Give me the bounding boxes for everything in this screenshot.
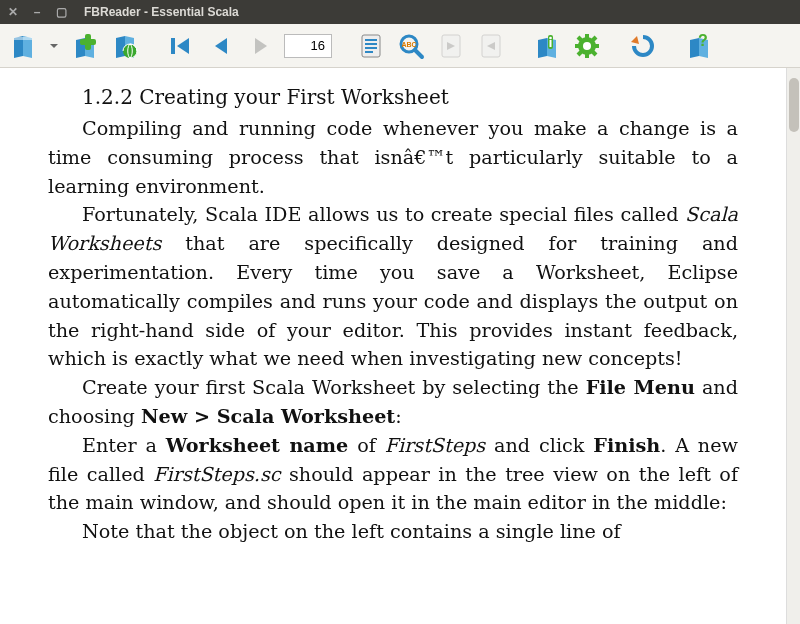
body-text: Fortunately, Scala IDE allows us to crea… bbox=[82, 203, 685, 226]
book-icon bbox=[9, 32, 37, 60]
arrow-left-icon bbox=[207, 32, 235, 60]
search-abc-icon: ABC bbox=[397, 32, 425, 60]
rotate-icon bbox=[629, 32, 657, 60]
page-number-input[interactable] bbox=[284, 34, 332, 58]
library-menu-button[interactable] bbox=[46, 29, 62, 63]
find-button[interactable]: ABC bbox=[394, 29, 428, 63]
svg-text:?: ? bbox=[698, 32, 708, 49]
next-page-button[interactable] bbox=[244, 29, 278, 63]
svg-line-11 bbox=[415, 50, 422, 57]
book-plus-icon bbox=[71, 32, 99, 60]
svg-rect-5 bbox=[362, 35, 380, 57]
strong-text: File Menu bbox=[586, 376, 695, 399]
first-page-button[interactable] bbox=[164, 29, 198, 63]
svg-point-16 bbox=[549, 36, 552, 39]
svg-rect-0 bbox=[14, 37, 32, 40]
find-next-button[interactable] bbox=[434, 29, 468, 63]
section-heading: 1.2.2 Creating your First Worksheet bbox=[48, 82, 738, 112]
toc-button[interactable] bbox=[354, 29, 388, 63]
emphasis-text: FirstSteps bbox=[385, 434, 486, 457]
svg-rect-17 bbox=[550, 40, 552, 47]
reader-viewport: 1.2.2 Creating your First Worksheet Comp… bbox=[0, 68, 800, 624]
body-text: of bbox=[348, 434, 384, 457]
paragraph: Create your first Scala Worksheet by sel… bbox=[48, 374, 738, 432]
paragraph: Compiling and running code whenever you … bbox=[48, 115, 738, 201]
body-text: Create your first Scala Worksheet by sel… bbox=[82, 376, 586, 399]
strong-text: New > Scala Worksheet bbox=[141, 405, 395, 428]
scrollbar-thumb[interactable] bbox=[789, 78, 799, 132]
strong-text: Worksheet name bbox=[166, 434, 349, 457]
gear-icon bbox=[573, 32, 601, 60]
first-icon bbox=[167, 32, 195, 60]
paragraph: Note that the object on the left contain… bbox=[48, 518, 738, 547]
book-help-icon: ? bbox=[685, 32, 713, 60]
svg-rect-2 bbox=[80, 39, 96, 45]
book-globe-icon bbox=[111, 32, 139, 60]
book-info-icon bbox=[533, 32, 561, 60]
toolbar: ABC bbox=[0, 24, 800, 68]
help-button[interactable]: ? bbox=[682, 29, 716, 63]
svg-point-23 bbox=[583, 42, 591, 50]
page-next-icon bbox=[437, 32, 465, 60]
svg-rect-4 bbox=[171, 38, 175, 54]
network-library-button[interactable] bbox=[108, 29, 142, 63]
window-titlebar: ✕ – ▢ FBReader - Essential Scala bbox=[0, 0, 800, 24]
page-content: 1.2.2 Creating your First Worksheet Comp… bbox=[0, 68, 786, 624]
window-title: FBReader - Essential Scala bbox=[84, 5, 239, 19]
emphasis-text: FirstSteps.sc bbox=[153, 463, 280, 486]
book-info-button[interactable] bbox=[530, 29, 564, 63]
chevron-down-icon bbox=[49, 41, 59, 51]
body-text: : bbox=[395, 405, 401, 428]
library-button[interactable] bbox=[6, 29, 40, 63]
paragraph: Fortunately, Scala IDE allows us to crea… bbox=[48, 201, 738, 374]
body-text: Enter a bbox=[82, 434, 166, 457]
paragraph: Enter a Worksheet name of FirstSteps and… bbox=[48, 432, 738, 518]
body-text: and click bbox=[485, 434, 593, 457]
find-previous-button[interactable] bbox=[474, 29, 508, 63]
rotate-button[interactable] bbox=[626, 29, 660, 63]
page-lines-icon bbox=[357, 32, 385, 60]
strong-text: Finish bbox=[593, 434, 660, 457]
arrow-right-icon bbox=[247, 32, 275, 60]
add-book-button[interactable] bbox=[68, 29, 102, 63]
svg-text:ABC: ABC bbox=[401, 41, 416, 48]
close-icon[interactable]: ✕ bbox=[6, 5, 20, 19]
maximize-icon[interactable]: ▢ bbox=[54, 5, 68, 19]
minimize-icon[interactable]: – bbox=[30, 5, 44, 19]
page-prev-icon bbox=[477, 32, 505, 60]
preferences-button[interactable] bbox=[570, 29, 604, 63]
previous-page-button[interactable] bbox=[204, 29, 238, 63]
vertical-scrollbar[interactable] bbox=[786, 68, 800, 624]
